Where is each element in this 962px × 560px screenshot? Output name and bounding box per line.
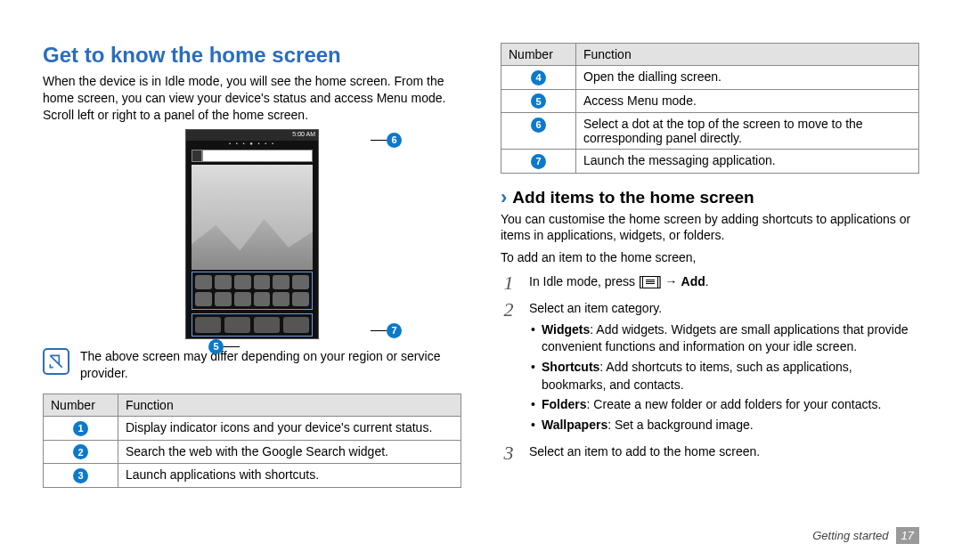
- page-footer: Getting started 17: [812, 527, 919, 544]
- phone-wallpaper: [192, 165, 313, 270]
- phone-status-bar: 5:00 AM: [186, 130, 318, 141]
- phone-app-grid: [192, 272, 313, 310]
- note-text: The above screen may differ depending on…: [80, 348, 461, 382]
- step-2: 2 Select an item category. Widgets: Add …: [501, 300, 919, 436]
- th-function: Function: [118, 394, 461, 417]
- subsection-title: › Add items to the home screen: [501, 188, 919, 207]
- bullet-wallpapers: Wallpapers: Set a background image.: [529, 417, 919, 434]
- table-row: 3 Launch applications with shortcuts.: [44, 464, 461, 488]
- step-3: 3 Select an item to add to the home scre…: [501, 443, 919, 463]
- phone-dock: [192, 313, 313, 337]
- th-number: Number: [44, 394, 118, 417]
- phone-panel-dots: • • • ● • • •: [192, 141, 313, 146]
- table-row: 7 Launch the messaging application.: [501, 150, 919, 174]
- bullet-folders: Folders: Create a new folder or add fold…: [529, 396, 919, 414]
- steps-list: 1 In Idle mode, press [] → Add. 2 Select…: [501, 273, 919, 463]
- phone-illustration: 1 2 3 4 5 6 7 5:00 AM • • • ●: [43, 129, 461, 339]
- note-block: The above screen may differ depending on…: [43, 348, 461, 382]
- function-table-1: Number Function 1 Display indicator icon…: [43, 394, 461, 488]
- section-title: Get to know the home screen: [43, 43, 461, 68]
- table-row: 5 Access Menu mode.: [501, 89, 919, 113]
- step-1: 1 In Idle mode, press [] → Add.: [501, 273, 919, 293]
- bullet-widgets: Widgets: Add widgets. Widgets are small …: [529, 321, 919, 356]
- subsection-intro: You can customise the home screen by add…: [501, 211, 919, 245]
- th-function: Function: [576, 44, 919, 66]
- menu-key-icon: [642, 276, 658, 288]
- note-icon: [43, 348, 69, 375]
- callout-7: 7: [371, 323, 402, 338]
- table-row: 1 Display indicator icons and your devic…: [44, 417, 461, 441]
- function-table-2: Number Function 4 Open the dialling scre…: [501, 43, 919, 174]
- table-row: 4 Open the dialling screen.: [501, 66, 919, 90]
- phone-mock: 5:00 AM • • • ● • • •: [185, 129, 319, 339]
- right-column: Number Function 4 Open the dialling scre…: [501, 43, 919, 497]
- th-number: Number: [501, 44, 576, 66]
- footer-section-name: Getting started: [812, 529, 888, 542]
- intro-paragraph: When the device is in Idle mode, you wil…: [43, 73, 461, 124]
- left-column: Get to know the home screen When the dev…: [43, 43, 461, 497]
- table-row: 2 Search the web with the Google Search …: [44, 440, 461, 464]
- table-row: 6 Select a dot at the top of the screen …: [501, 113, 919, 150]
- callout-5: 5: [208, 339, 240, 354]
- callout-6: 6: [371, 133, 402, 148]
- footer-page-number: 17: [896, 527, 919, 544]
- bullet-shortcuts: Shortcuts: Add shortcuts to items, such …: [529, 359, 919, 394]
- phone-search-widget: [192, 150, 313, 162]
- subsection-lead: To add an item to the home screen,: [501, 249, 919, 266]
